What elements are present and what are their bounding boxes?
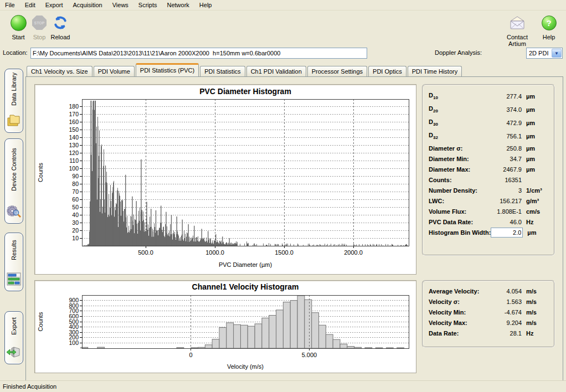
svg-text:PVC Diameter Histogram: PVC Diameter Histogram <box>199 87 291 96</box>
svg-text:140: 140 <box>69 134 79 141</box>
tab-pdi-time-history[interactable]: PDI Time History <box>408 66 462 76</box>
status-bar: Finished Acquisition <box>0 380 566 392</box>
svg-text:900: 900 <box>69 297 79 303</box>
menu-item-help[interactable]: Help <box>194 1 217 9</box>
doppler-analysis-label: Doppler Analysis: <box>435 49 482 56</box>
stat-label: Histogram Bin Width: <box>429 229 491 236</box>
stat-unit: µm <box>522 145 548 152</box>
contact-artium-label: Contact Artium <box>497 34 537 47</box>
location-row: Location: Doppler Analysis: 2D PDI ▼ <box>0 47 566 61</box>
stat-unit: cm/s <box>522 208 548 215</box>
pvc-stat-row: D10277.4µm <box>429 90 548 103</box>
export-icon <box>6 343 22 364</box>
pvc-stat-row: Number Density:31/cm³ <box>429 185 548 195</box>
stat-unit: µm <box>522 106 548 113</box>
stat-unit: µm <box>522 133 548 140</box>
svg-text:150: 150 <box>69 126 79 133</box>
location-input[interactable] <box>30 48 367 59</box>
results-icon <box>6 270 22 291</box>
stat-label: D20 <box>429 105 438 114</box>
doppler-analysis-dropdown[interactable]: 2D PDI ▼ <box>526 48 563 59</box>
velocity-stat-row: Velocity Min:-4.674m/s <box>429 307 548 317</box>
chevron-down-icon: ▼ <box>552 49 562 58</box>
help-button-label: Help <box>536 34 562 40</box>
tab-processor-settings[interactable]: Processor Settings <box>307 66 367 76</box>
sidebar-item-data-library[interactable]: Data Library <box>4 69 23 133</box>
svg-text:20: 20 <box>72 227 79 234</box>
menu-item-scripts[interactable]: Scripts <box>133 1 162 9</box>
stat-value: 9.204 <box>488 319 522 326</box>
stat-unit: µm <box>522 156 548 162</box>
pvc-stat-row: D32756.1µm <box>429 130 548 143</box>
stat-unit: g/m³ <box>522 198 548 204</box>
tab-ch1-velocity-vs-size[interactable]: Ch1 Velocity vs. Size <box>27 66 92 76</box>
pvc-stat-row: D30472.9µm <box>429 116 548 130</box>
stat-value: 374.0 <box>488 106 522 113</box>
svg-text:160: 160 <box>69 118 79 125</box>
pvc-stat-row: D20374.0µm <box>429 103 548 116</box>
pvc-diameter-histogram-chart: PVC Diameter HistogramCounts102030405060… <box>35 85 416 274</box>
svg-text:1000.0: 1000.0 <box>205 249 224 256</box>
stat-value: 472.9 <box>488 120 522 126</box>
stat-value: 277.4 <box>488 93 522 100</box>
menu-item-views[interactable]: Views <box>107 1 133 9</box>
velocity-statistics-panel: Average Velocity:4.054m/sVelocity σ:1.56… <box>422 280 555 348</box>
svg-text:90: 90 <box>72 173 79 179</box>
menu-item-acquisition[interactable]: Acquisition <box>68 1 107 9</box>
sidebar-item-label: Results <box>11 233 17 270</box>
sidebar-item-device-controls[interactable]: Device Controls <box>4 138 23 224</box>
stat-value: 3 <box>488 187 522 194</box>
velocity-stat-row: Average Velocity:4.054m/s <box>429 286 548 296</box>
svg-text:Counts: Counts <box>37 163 44 182</box>
sidebar-item-export[interactable]: Export <box>4 311 23 364</box>
stat-value: 1.563 <box>488 298 522 305</box>
stat-label: Velocity Min: <box>429 309 466 316</box>
stat-unit: Hz <box>522 219 548 225</box>
pvc-stat-row: Diameter Max:2467.9µm <box>429 164 548 174</box>
stat-label: PVC Data Rate: <box>429 219 473 225</box>
stat-label: Average Velocity: <box>429 288 479 295</box>
stat-value: 16351 <box>488 177 522 183</box>
stat-unit: Hz <box>522 330 548 337</box>
help-button[interactable]: ? Help <box>536 14 562 40</box>
tab-pdi-statistics[interactable]: PDI Statistics <box>200 66 245 76</box>
stat-value: 250.8 <box>488 145 522 152</box>
velocity-stat-row: Velocity σ:1.563m/s <box>429 296 548 307</box>
tab-ch1-pdi-validation[interactable]: Ch1 PDI Validation <box>246 66 306 76</box>
svg-text:40: 40 <box>72 212 79 218</box>
tab-pdi-optics[interactable]: PDI Optics <box>368 66 407 76</box>
pvc-stat-row: Diameter Min:34.7µm <box>429 153 548 164</box>
tab-strip: Ch1 Velocity vs. SizePDI VolumePDI Stati… <box>27 65 463 76</box>
reload-icon <box>53 15 68 30</box>
status-text: Finished Acquisition <box>3 383 56 390</box>
stat-unit: 1/cm³ <box>522 187 548 194</box>
tab-pdi-volume[interactable]: PDI Volume <box>94 66 135 76</box>
svg-text:100: 100 <box>69 165 79 172</box>
svg-text:500.0: 500.0 <box>138 249 153 256</box>
menu-item-file[interactable]: File <box>0 1 20 9</box>
svg-text:Velocity (m/s): Velocity (m/s) <box>227 363 264 370</box>
svg-text:10: 10 <box>72 235 79 241</box>
stat-value: 156.217 <box>488 198 522 204</box>
stat-value: 4.054 <box>488 288 522 295</box>
svg-text:80: 80 <box>72 180 79 187</box>
pvc-stat-row: Volume Flux:1.808E-1cm/s <box>429 206 548 216</box>
stat-label: D32 <box>429 132 438 140</box>
tab-pdi-statistics-pvc-[interactable]: PDI Statistics (PVC) <box>136 63 199 76</box>
reload-button[interactable]: Reload <box>43 14 78 40</box>
contact-artium-button[interactable]: Contact Artium <box>497 14 537 47</box>
stat-value: 34.7 <box>488 156 522 162</box>
sidebar-item-label: Device Controls <box>11 139 17 202</box>
histogram-bin-width-input[interactable] <box>491 228 523 238</box>
menu-item-export[interactable]: Export <box>40 1 68 9</box>
velocity-stat-row: Data Rate:28.1Hz <box>429 328 548 338</box>
sidebar-item-results[interactable]: Results <box>4 233 23 291</box>
sidebar-item-label: Export <box>11 312 17 343</box>
stat-label: LWC: <box>429 198 444 204</box>
menu-item-network[interactable]: Network <box>162 1 194 9</box>
stat-unit: µm <box>522 166 548 173</box>
menu-item-edit[interactable]: Edit <box>20 1 40 9</box>
stat-label: Data Rate: <box>429 330 459 337</box>
stat-value: 2467.9 <box>488 166 522 173</box>
velocity-histogram-chart: Channel1 Velocity HistogramCounts1002003… <box>35 281 416 373</box>
